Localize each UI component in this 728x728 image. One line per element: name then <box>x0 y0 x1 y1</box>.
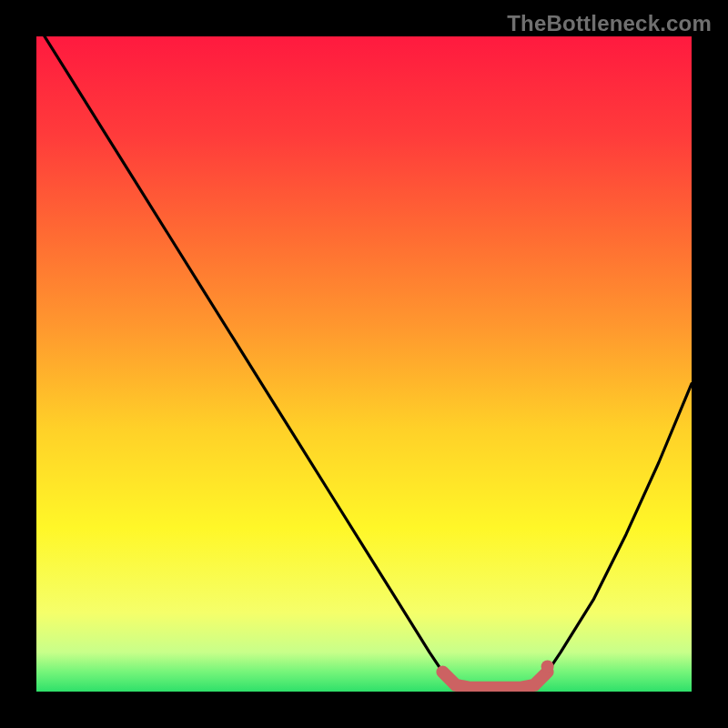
chart-background <box>36 36 692 692</box>
chart-svg <box>36 36 692 692</box>
flat-region-end-dot <box>541 660 554 672</box>
chart-plot-area <box>36 36 692 692</box>
watermark-text: TheBottleneck.com <box>507 11 712 36</box>
